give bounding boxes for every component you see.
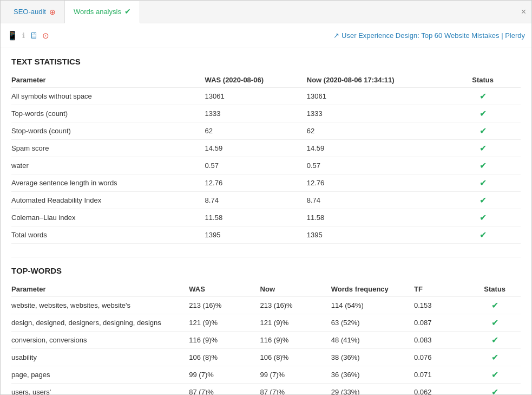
was-cell: 8.74	[205, 192, 307, 209]
was-cell: 87 (7)%	[189, 384, 260, 396]
col-status-header: Status	[449, 73, 521, 88]
now-cell: 121 (9)%	[260, 314, 331, 332]
top-words-table: Parameter WAS Now Words frequency TF Sta…	[11, 282, 521, 395]
was-cell: 116 (9)%	[189, 332, 260, 349]
status-cell: ✔	[473, 384, 521, 396]
check-icon: ✔	[480, 196, 487, 205]
tab-seo-audit[interactable]: SEO-audit ⊕	[5, 1, 65, 23]
param-cell: Automated Readability Index	[11, 192, 205, 209]
keyword-cell: conversion, conversions	[11, 332, 189, 349]
status-cell: ✔	[449, 88, 521, 105]
desktop-icon[interactable]: 🖥	[29, 31, 38, 41]
tf-cell: 0.071	[414, 366, 473, 384]
freq-cell: 36 (36%)	[331, 366, 414, 384]
tab-seo-audit-icon: ⊕	[49, 8, 56, 16]
keyword-cell: page, pages	[11, 366, 189, 384]
keyword-cell: usability	[11, 349, 189, 366]
mobile-icon[interactable]: 📱	[7, 30, 18, 41]
check-icon: ✔	[491, 353, 498, 362]
was-cell: 11.58	[205, 209, 307, 226]
now-cell: 1333	[307, 105, 449, 122]
status-cell: ✔	[449, 122, 521, 140]
info-icon[interactable]: ℹ	[22, 31, 25, 40]
now-cell: 106 (8)%	[260, 349, 331, 366]
table-row: users, users' 87 (7)% 87 (7)% 29 (33%) 0…	[11, 384, 521, 396]
now-cell: 11.58	[307, 209, 449, 226]
top-words-title: TOP-WORDS	[11, 266, 521, 275]
param-cell: Stop-words (count)	[11, 122, 205, 140]
now-cell: 213 (16)%	[260, 297, 331, 314]
tab-words-analysis[interactable]: Words analysis ✔	[65, 1, 140, 23]
was-cell: 0.57	[205, 157, 307, 174]
check-icon: ✔	[480, 109, 487, 118]
status-cell: ✔	[449, 226, 521, 244]
now-cell: 99 (7)%	[260, 366, 331, 384]
freq-cell: 48 (41%)	[331, 332, 414, 349]
external-link-icon: ↗	[333, 31, 339, 40]
external-link[interactable]: ↗ User Experience Design: Top 60 Website…	[333, 31, 525, 40]
status-cell: ✔	[473, 332, 521, 349]
check-icon: ✔	[480, 161, 487, 170]
check-icon: ✔	[491, 370, 498, 379]
now-cell: 116 (9)%	[260, 332, 331, 349]
table-row: All symbols without space 13061 13061 ✔	[11, 88, 521, 105]
was-cell: 12.76	[205, 174, 307, 192]
check-icon: ✔	[480, 92, 487, 101]
was-cell: 62	[205, 122, 307, 140]
param-cell: Top-words (count)	[11, 105, 205, 122]
status-cell: ✔	[449, 174, 521, 192]
table-row: website, websites, websites, website's 2…	[11, 297, 521, 314]
check-icon: ✔	[491, 387, 498, 395]
freq-cell: 114 (54%)	[331, 297, 414, 314]
param-cell: water	[11, 157, 205, 174]
keyword-cell: users, users'	[11, 384, 189, 396]
warning-icon[interactable]: ⊙	[42, 31, 49, 41]
status-cell: ✔	[449, 140, 521, 157]
keyword-cell: design, designed, designers, designing, …	[11, 314, 189, 332]
status-cell: ✔	[449, 157, 521, 174]
freq-cell: 29 (33%)	[331, 384, 414, 396]
status-cell: ✔	[473, 366, 521, 384]
col-was-tw-header: WAS	[189, 282, 260, 297]
tab-words-analysis-label: Words analysis	[74, 8, 121, 16]
param-cell: All symbols without space	[11, 88, 205, 105]
table-row: Automated Readability Index 8.74 8.74 ✔	[11, 192, 521, 209]
check-icon: ✔	[480, 126, 487, 135]
tf-cell: 0.153	[414, 297, 473, 314]
device-icons: 📱 ℹ 🖥 ⊙	[7, 30, 49, 41]
now-cell: 13061	[307, 88, 449, 105]
external-link-text: User Experience Design: Top 60 Website M…	[341, 31, 525, 40]
status-cell: ✔	[449, 209, 521, 226]
tab-seo-audit-label: SEO-audit	[14, 8, 46, 16]
text-statistics-title: TEXT STATISTICS	[11, 57, 521, 66]
freq-cell: 38 (36%)	[331, 349, 414, 366]
was-cell: 14.59	[205, 140, 307, 157]
tf-cell: 0.062	[414, 384, 473, 396]
table-row: usability 106 (8)% 106 (8)% 38 (36%) 0.0…	[11, 349, 521, 366]
col-tf-header: TF	[414, 282, 473, 297]
table-row: design, designed, designers, designing, …	[11, 314, 521, 332]
col-kw-header: Parameter	[11, 282, 189, 297]
now-cell: 12.76	[307, 174, 449, 192]
text-statistics-header-row: Parameter WAS (2020-08-06) Now (2020-08-…	[11, 73, 521, 88]
text-statistics-section: TEXT STATISTICS Parameter WAS (2020-08-0…	[11, 57, 521, 244]
param-cell: Total words	[11, 226, 205, 244]
was-cell: 213 (16)%	[189, 297, 260, 314]
was-cell: 13061	[205, 88, 307, 105]
col-now-tw-header: Now	[260, 282, 331, 297]
status-cell: ✔	[473, 349, 521, 366]
was-cell: 1333	[205, 105, 307, 122]
section-divider	[11, 257, 521, 257]
now-cell: 87 (7)%	[260, 384, 331, 396]
check-icon: ✔	[480, 230, 487, 239]
tab-bar: SEO-audit ⊕ Words analysis ✔ ×	[1, 1, 531, 23]
now-cell: 14.59	[307, 140, 449, 157]
table-row: Total words 1395 1395 ✔	[11, 226, 521, 244]
check-icon: ✔	[480, 178, 487, 187]
now-cell: 1395	[307, 226, 449, 244]
was-cell: 1395	[205, 226, 307, 244]
close-icon[interactable]: ×	[521, 7, 526, 17]
tf-cell: 0.087	[414, 314, 473, 332]
now-cell: 62	[307, 122, 449, 140]
was-cell: 121 (9)%	[189, 314, 260, 332]
